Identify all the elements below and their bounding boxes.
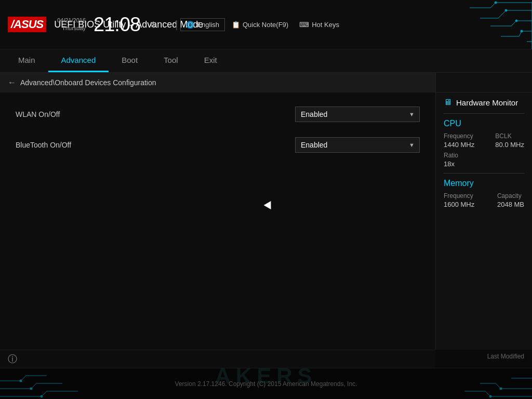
day-display: Thursday	[62, 24, 86, 32]
wlan-label: WLAN On/Off	[16, 110, 60, 118]
cpu-ratio-label: Ratio	[444, 152, 458, 159]
cpu-bclk-label: BCLK	[495, 132, 524, 140]
back-arrow-icon[interactable]: ←	[8, 78, 16, 87]
nav-main[interactable]: Main	[5, 49, 48, 72]
cpu-ratio-row: Ratio 18x	[444, 152, 524, 168]
hardware-monitor-sidebar: 🖥 Hardware Monitor CPU Frequency 1440 MH…	[435, 92, 532, 350]
datetime-area: 04/21/2016 Thursday 21:08 ⚙ | 🌐 English …	[57, 15, 343, 34]
quicknote-label: Quick Note(F9)	[243, 21, 288, 29]
memory-cap-label: Capacity	[497, 192, 524, 200]
cpu-section-title: CPU	[444, 119, 524, 128]
svg-point-14	[505, 9, 507, 11]
globe-icon: 🌐	[186, 21, 194, 29]
wlan-setting-row: WLAN On/Off Enabled Disabled	[10, 100, 425, 128]
date-block: 04/21/2016 Thursday	[57, 17, 86, 33]
cpu-freq-col: Frequency 1440 MHz	[444, 132, 474, 149]
sidebar-header	[435, 73, 532, 92]
bluetooth-label: BlueTooth On/Off	[16, 141, 71, 149]
header-controls: | 🌐 English 📋 Quick Note(F9) ⌨ Hot Keys	[175, 18, 343, 31]
cpu-freq-label: Frequency	[444, 132, 474, 140]
footer-version-text: Version 2.17.1246. Copyright (C) 2015 Am…	[175, 380, 357, 388]
content-area: WLAN On/Off Enabled Disabled BlueTooth O…	[0, 92, 435, 350]
memory-freq-value: 1600 MHz	[444, 201, 474, 208]
nav-advanced[interactable]: Advanced	[48, 49, 109, 72]
content-sidebar-container: WLAN On/Off Enabled Disabled BlueTooth O…	[0, 92, 532, 350]
lang-label: English	[197, 21, 219, 29]
bluetooth-select-wrapper: Enabled Disabled	[295, 137, 420, 153]
asus-logo: /ASUS	[8, 17, 46, 32]
svg-line-4	[498, 10, 506, 18]
date-display: 04/21/2016	[57, 17, 86, 24]
nav-tool[interactable]: Tool	[151, 49, 191, 72]
breadcrumb: ← Advanced\Onboard Devices Configuration	[0, 73, 435, 92]
svg-point-28	[30, 388, 32, 390]
memory-cap-value: 2048 MB	[497, 201, 524, 208]
monitor-icon: 🖥	[444, 98, 452, 107]
wlan-select-wrapper: Enabled Disabled	[295, 107, 420, 122]
memory-cap-col: Capacity 2048 MB	[497, 192, 524, 208]
nav-exit[interactable]: Exit	[191, 49, 230, 72]
memory-divider	[444, 173, 524, 174]
svg-point-38	[500, 388, 502, 390]
wlan-select[interactable]: Enabled Disabled	[295, 107, 420, 122]
bluetooth-select[interactable]: Enabled Disabled	[295, 137, 420, 153]
breadcrumb-row: ← Advanced\Onboard Devices Configuration	[0, 73, 532, 92]
footer: AKERS Version 2.17.1246. Copyright (C) 2…	[0, 368, 532, 399]
cpu-freq-bclk-row: Frequency 1440 MHz BCLK 80.0 MHz	[444, 132, 524, 149]
breadcrumb-path: Advanced\Onboard Devices Configuration	[20, 78, 156, 87]
hotkeys-button[interactable]: ⌨ Hot Keys	[295, 19, 343, 31]
cpu-freq-value: 1440 MHz	[444, 141, 474, 149]
cpu-ratio-value: 18x	[444, 160, 458, 168]
svg-point-29	[20, 380, 22, 382]
svg-point-13	[495, 2, 497, 4]
cpu-divider	[444, 113, 524, 114]
hotkeys-icon: ⌨	[299, 21, 309, 29]
svg-point-16	[521, 30, 523, 32]
hw-monitor-title: 🖥 Hardware Monitor	[444, 98, 524, 107]
memory-freq-col: Frequency 1600 MHz	[444, 192, 474, 208]
svg-point-27	[41, 395, 43, 397]
gear-icon[interactable]: ⚙	[150, 20, 157, 30]
cpu-ratio-col: Ratio 18x	[444, 152, 458, 168]
memory-freq-label: Frequency	[444, 192, 474, 200]
svg-point-37	[489, 395, 491, 397]
last-modified-label: Last Modified	[487, 353, 524, 360]
hotkeys-label: Hot Keys	[312, 21, 339, 29]
svg-point-15	[515, 20, 517, 22]
memory-section-title: Memory	[444, 179, 524, 188]
quicknote-button[interactable]: 📋 Quick Note(F9)	[228, 19, 292, 31]
quicknote-icon: 📋	[232, 21, 240, 29]
navbar: Main Advanced Boot Tool Exit	[0, 49, 532, 73]
info-icon[interactable]: ⓘ	[8, 353, 17, 365]
language-button[interactable]: 🌐 English	[180, 18, 225, 31]
time-display: 21:08	[94, 15, 140, 34]
bottom-bar: ⓘ	[0, 350, 435, 368]
bluetooth-setting-row: BlueTooth On/Off Enabled Disabled	[10, 131, 425, 159]
cpu-bclk-col: BCLK 80.0 MHz	[495, 132, 524, 149]
header: /ASUS UEFI BIOS Utility – Advanced Mode …	[0, 0, 532, 49]
cpu-bclk-value: 80.0 MHz	[495, 141, 524, 149]
nav-boot[interactable]: Boot	[109, 49, 151, 72]
memory-freq-cap-row: Frequency 1600 MHz Capacity 2048 MB	[444, 192, 524, 208]
